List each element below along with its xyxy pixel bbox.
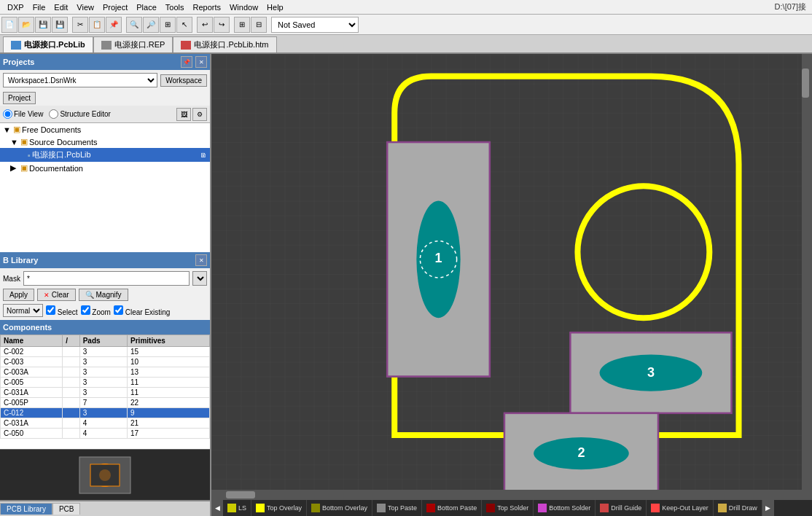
zoom-checkbox-label[interactable]: Zoom [81, 305, 111, 316]
layer-bottom-solder[interactable]: Bottom Solder [534, 500, 596, 516]
save-status-dropdown[interactable]: Not Saved [271, 17, 359, 33]
layer-nav-left[interactable]: ◀ [211, 500, 223, 516]
tree-item-source-docs[interactable]: ▼ ▣ Source Documents [0, 136, 210, 148]
layer-top-paste[interactable]: Top Paste [372, 500, 422, 516]
toolbar-fit[interactable]: ⊞ [160, 17, 176, 33]
select-checkbox[interactable] [46, 305, 55, 315]
toolbar-paste[interactable]: 📌 [106, 17, 122, 33]
scrollbar-thumb-v[interactable] [802, 69, 809, 98]
toolbar-grid[interactable]: ⊞ [234, 17, 250, 33]
cell-pads: 4 [79, 418, 127, 429]
layer-label-top-paste: Top Paste [388, 504, 417, 512]
pcblib-close-btn[interactable]: ✕ [195, 254, 207, 266]
zoom-checkbox[interactable] [81, 305, 90, 315]
table-row[interactable]: C-050 4 17 [1, 429, 210, 439]
clear-existing-checkbox-label[interactable]: Clear Existing [114, 305, 170, 316]
workspace-button[interactable]: Workspace [160, 74, 207, 87]
layer-top-solder[interactable]: Top Solder [482, 500, 534, 516]
layer-bottom-paste[interactable]: Bottom Paste [422, 500, 482, 516]
layer-bottom-overlay[interactable]: Bottom Overlay [307, 500, 372, 516]
menu-window[interactable]: Window [225, 1, 262, 13]
clear-existing-checkbox[interactable] [114, 305, 123, 315]
table-row[interactable]: C-002 3 15 [1, 347, 210, 357]
toolbar-select[interactable]: ↖ [176, 17, 192, 33]
clear-button[interactable]: ✕ Clear [37, 289, 76, 301]
menu-help[interactable]: Help [262, 1, 288, 13]
toolbar-open[interactable]: 📂 [18, 17, 34, 33]
file-icon-btn2[interactable]: ⚙ [192, 108, 207, 121]
table-row[interactable]: C-003A 3 13 [1, 367, 210, 378]
menu-view[interactable]: View [72, 1, 98, 13]
toolbar-redo[interactable]: ↪ [214, 17, 230, 33]
table-row[interactable]: C-003 3 10 [1, 357, 210, 367]
menu-place[interactable]: Place [132, 1, 161, 13]
tab-htm[interactable]: 电源接口.PcbLib.htm [173, 36, 276, 52]
mask-input[interactable] [23, 271, 190, 286]
col-sort[interactable]: / [63, 335, 79, 347]
layer-nav-right[interactable]: ▶ [762, 500, 774, 516]
normal-select[interactable]: Normal [3, 304, 43, 317]
menu-project[interactable]: Project [98, 1, 132, 13]
table-row[interactable]: C-031A 3 11 [1, 388, 210, 398]
toolbar-copy[interactable]: 📋 [89, 17, 105, 33]
col-pads[interactable]: Pads [79, 335, 127, 347]
tab-rep[interactable]: 电源接口.REP [93, 36, 173, 52]
toolbar-save2[interactable]: 💾 [52, 17, 68, 33]
tab-rep-icon [101, 41, 112, 50]
layer-keepout[interactable]: Keep-Out Layer [647, 500, 714, 516]
canvas-scrollbar-h[interactable] [211, 490, 812, 500]
layer-swatch-bottom-paste [426, 504, 435, 512]
menu-edit[interactable]: Edit [50, 1, 72, 13]
toolbar-grid2[interactable]: ⊟ [251, 17, 267, 33]
menu-file[interactable]: File [28, 1, 50, 13]
col-name[interactable]: Name [1, 335, 63, 347]
tab-pcb[interactable]: PCB [52, 503, 81, 515]
file-icon-btn1[interactable]: 🖼 [176, 108, 191, 121]
toolbar-new[interactable]: 📄 [1, 17, 17, 33]
tree-item-documentation[interactable]: ▶ ▣ Documentation [0, 162, 210, 174]
magnify-button[interactable]: 🔍 Magnify [79, 289, 128, 301]
tree-item-free-docs[interactable]: ▼ ▣ Free Documents [0, 123, 210, 136]
pcblib-icon: ▪ [28, 151, 31, 160]
layer-ls[interactable]: LS [223, 500, 251, 516]
toolbar-zoom-in[interactable]: 🔍 [126, 17, 142, 33]
table-row[interactable]: C-005 3 11 [1, 378, 210, 388]
structure-editor-radio[interactable]: Structure Editor [49, 109, 110, 119]
tab-pcblib[interactable]: 电源接口.PcbLib [3, 36, 93, 52]
select-checkbox-label[interactable]: Select [46, 305, 78, 316]
col-primitives[interactable]: Primitives [128, 335, 210, 347]
canvas-scrollbar-v[interactable] [802, 54, 812, 500]
table-row[interactable]: C-012 3 9 [1, 408, 210, 418]
tree-item-pcblib[interactable]: ▪ 电源接口.PcbLib 🗎 [0, 148, 210, 162]
cell-pads: 3 [79, 367, 127, 378]
toolbar-save[interactable]: 💾 [35, 17, 51, 33]
menu-reports[interactable]: Reports [188, 1, 225, 13]
layer-drill-guide[interactable]: Drill Guide [596, 500, 647, 516]
tab-pcb-library[interactable]: PCB Library [0, 503, 52, 515]
layer-statusbar: ◀ LS Top Overlay Bottom Overlay Top Past… [211, 500, 812, 516]
canvas-area[interactable]: 1 3 2 ◀ LS [211, 54, 812, 516]
project-button[interactable]: Project [3, 92, 36, 104]
mask-select[interactable] [192, 271, 207, 286]
menu-dxp[interactable]: DXP [3, 1, 28, 13]
title-bar-right: D:\[07]接 [775, 1, 809, 12]
cell-primitives: 15 [128, 347, 210, 357]
cell-sort [63, 388, 79, 398]
toolbar-zoom-out[interactable]: 🔎 [143, 17, 159, 33]
toolbar-undo[interactable]: ↩ [197, 17, 213, 33]
apply-button[interactable]: Apply [3, 289, 34, 301]
components-table-container: Name / Pads Primitives C-002 3 15 C-003 … [0, 335, 210, 449]
projects-pin-btn[interactable]: 📌 [181, 56, 192, 68]
table-row[interactable]: C-031A 4 21 [1, 418, 210, 429]
file-view-radio[interactable]: File View [3, 109, 43, 119]
workspace-dropdown[interactable]: Workspace1.DsnWrk [3, 73, 157, 87]
cell-primitives: 11 [128, 388, 210, 398]
toolbar-cut[interactable]: ✂ [72, 17, 88, 33]
layer-drill-draw[interactable]: Drill Draw [714, 500, 762, 516]
menu-tools[interactable]: Tools [161, 1, 189, 13]
projects-close-btn[interactable]: ✕ [195, 56, 207, 68]
layer-top-overlay[interactable]: Top Overlay [251, 500, 307, 516]
tree-item-label: 电源接口.PcbLib [32, 149, 91, 160]
scrollbar-thumb-h[interactable] [226, 491, 255, 499]
table-row[interactable]: C-005P 7 22 [1, 398, 210, 408]
